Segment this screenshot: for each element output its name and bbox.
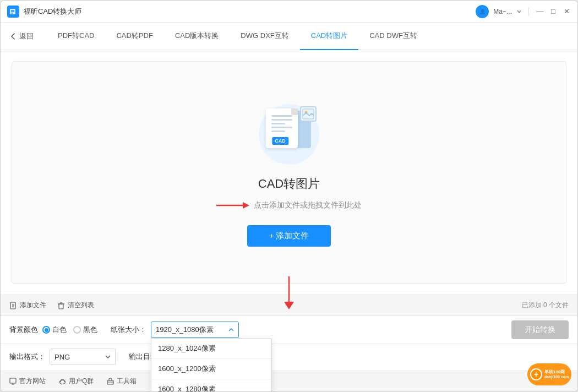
- chevron-down-format-icon: [105, 355, 111, 359]
- arrow-down-icon: [281, 276, 297, 309]
- file-count: 已添加 0 个文件: [522, 301, 569, 310]
- drop-title: CAD转图片: [258, 176, 320, 192]
- radio-black-circle: [73, 326, 81, 334]
- radio-white[interactable]: 白色: [42, 325, 67, 335]
- back-label: 返回: [19, 31, 34, 41]
- user-name: Ma~...: [493, 8, 512, 15]
- arrow-right-icon: [216, 199, 249, 212]
- svg-rect-3: [11, 13, 13, 14]
- settings-bar: 背景颜色 白色 黑色 纸张大小： 1920_x_1080像素: [1, 315, 577, 344]
- output-format-setting: 输出格式： PNG: [9, 349, 116, 365]
- nav-label-dwg-dxf: DWG DXF互转: [241, 31, 288, 41]
- illustration: CAD: [250, 99, 328, 165]
- drop-subtitle-text: 点击添加文件或拖拽文件到此处: [254, 200, 362, 210]
- paper-size-select[interactable]: 1920_x_1080像素: [151, 322, 239, 338]
- output-format-label: 输出格式：: [9, 352, 45, 362]
- add-file-toolbar-label: 添加文件: [20, 301, 46, 310]
- svg-rect-2: [11, 11, 14, 12]
- close-button[interactable]: ✕: [562, 7, 571, 16]
- cad-badge: CAD: [272, 137, 288, 145]
- clear-list-label: 清空列表: [68, 301, 94, 310]
- bg-color-setting: 背景颜色 白色 黑色: [9, 325, 97, 335]
- cloud-icon: [59, 378, 66, 385]
- back-icon: [9, 32, 17, 40]
- nav-label-pdf-to-cad: PDF转CAD: [58, 31, 94, 41]
- nav-label-cad-version: CAD版本转换: [175, 31, 219, 41]
- settings-bar-2: 输出格式： PNG 输出目录：: [1, 344, 577, 371]
- qq-group-label: 用户Q群: [69, 377, 94, 386]
- dropdown-item-1[interactable]: 1600_x_1200像素: [151, 359, 271, 379]
- nav-item-cad-to-pdf[interactable]: CAD转PDF: [105, 23, 163, 50]
- radio-black[interactable]: 黑色: [73, 325, 97, 335]
- illus-image-icon: [300, 106, 317, 122]
- paper-size-select-wrapper: 1920_x_1080像素 1280_x_1024像素 1600_x_1200像…: [151, 322, 239, 338]
- back-button[interactable]: 返回: [9, 31, 40, 41]
- radio-white-circle: [42, 326, 50, 334]
- clear-list-button[interactable]: 清空列表: [57, 301, 94, 310]
- add-file-icon: [9, 302, 17, 309]
- nav-item-cad-version[interactable]: CAD版本转换: [164, 23, 230, 50]
- chevron-up-icon: [228, 328, 234, 332]
- illus-line-3: [271, 123, 285, 124]
- svg-rect-1: [11, 10, 14, 11]
- radio-black-label: 黑色: [83, 325, 97, 335]
- illus-line-1: [271, 115, 292, 117]
- output-format-select[interactable]: PNG: [50, 349, 116, 365]
- app-window: 福昕CAD转换大师 👤 Ma~... — □ ✕ 返回 PDF转CAD CAD转…: [0, 0, 578, 392]
- illus-line-4: [271, 127, 292, 128]
- toolbox-label: 工具箱: [117, 377, 137, 386]
- nav-item-pdf-to-cad[interactable]: PDF转CAD: [47, 23, 105, 50]
- nav-bar: 返回 PDF转CAD CAD转PDF CAD版本转换 DWG DXF互转 CAD…: [1, 23, 577, 50]
- maximize-button[interactable]: □: [549, 7, 558, 16]
- monitor-icon: [9, 378, 17, 385]
- paper-size-label: 纸张大小：: [111, 325, 146, 335]
- svg-rect-17: [10, 378, 16, 383]
- official-site-button[interactable]: 官方网站: [9, 377, 46, 386]
- svg-marker-7: [243, 202, 249, 209]
- nav-label-cad-to-pdf: CAD转PDF: [116, 31, 152, 41]
- minimize-button[interactable]: —: [536, 7, 544, 16]
- radio-white-label: 白色: [52, 325, 67, 335]
- qq-group-button[interactable]: 用户Q群: [59, 377, 94, 386]
- app-title: 福昕CAD转换大师: [24, 7, 81, 17]
- illus-line-5: [271, 130, 285, 132]
- title-bar-right: 👤 Ma~... — □ ✕: [476, 5, 571, 18]
- footer: 官方网站 用户Q群 工具箱: [1, 371, 577, 391]
- drop-zone[interactable]: CAD CAD转图片 点击添加文件或拖拽文件到此处 + 添加文件: [12, 61, 566, 284]
- toolbox-button[interactable]: 工具箱: [107, 377, 137, 386]
- nav-item-cad-to-image[interactable]: CAD转图片: [300, 23, 358, 50]
- convert-button[interactable]: 开始转换: [511, 320, 569, 339]
- toolbox-icon: [107, 378, 114, 385]
- main-content: CAD CAD转图片 点击添加文件或拖拽文件到此处 + 添加文件: [1, 50, 577, 315]
- svg-marker-9: [284, 302, 294, 309]
- output-format-value: PNG: [54, 353, 70, 361]
- svg-rect-14: [59, 304, 63, 309]
- dropdown-item-0[interactable]: 1280_x_1024像素: [151, 339, 271, 359]
- watermark-text-1: 单机100网: [544, 369, 569, 375]
- dropdown-item-2[interactable]: 1600_x_1280像素: [151, 379, 271, 392]
- title-bar-left: 福昕CAD转换大师: [7, 6, 81, 18]
- nav-item-cad-dwf[interactable]: CAD DWF互转: [358, 23, 428, 50]
- chevron-down-icon: [516, 9, 522, 14]
- app-logo: [7, 6, 19, 18]
- divider: [528, 7, 529, 16]
- paper-size-dropdown: 1280_x_1024像素 1600_x_1200像素 1600_x_1280像…: [151, 338, 272, 392]
- watermark: + 单机100网 danji100.com: [527, 363, 571, 385]
- nav-label-cad-dwf: CAD DWF互转: [369, 31, 417, 41]
- bg-color-label: 背景颜色: [9, 325, 38, 335]
- trash-icon: [57, 302, 65, 309]
- nav-label-cad-to-image: CAD转图片: [311, 31, 347, 41]
- add-file-toolbar-button[interactable]: 添加文件: [9, 301, 46, 310]
- title-bar: 福昕CAD转换大师 👤 Ma~... — □ ✕: [1, 1, 577, 23]
- illus-lines: [271, 115, 292, 132]
- nav-item-dwg-dxf[interactable]: DWG DXF互转: [230, 23, 299, 50]
- paper-size-value: 1920_x_1080像素: [156, 325, 214, 335]
- radio-group-bg: 白色 黑色: [42, 325, 97, 335]
- paper-size-setting: 纸张大小： 1920_x_1080像素 1280_x_1024像素 1600_x…: [111, 322, 239, 338]
- add-file-button[interactable]: + 添加文件: [247, 225, 331, 247]
- official-site-label: 官方网站: [19, 377, 46, 386]
- illus-doc-front: CAD: [266, 108, 298, 148]
- illus-line-2: [271, 119, 292, 121]
- drop-subtitle: 点击添加文件或拖拽文件到此处: [216, 199, 362, 212]
- avatar: 👤: [476, 5, 489, 18]
